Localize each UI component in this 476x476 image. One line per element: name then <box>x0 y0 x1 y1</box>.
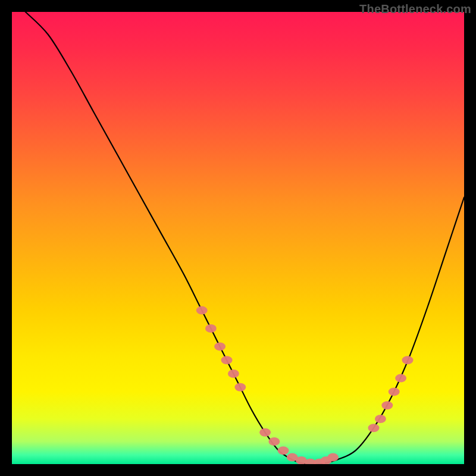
chart-container: TheBottleneck.com <box>0 0 476 476</box>
watermark-text: TheBottleneck.com <box>359 2 471 16</box>
gradient-plot-background <box>12 12 464 464</box>
